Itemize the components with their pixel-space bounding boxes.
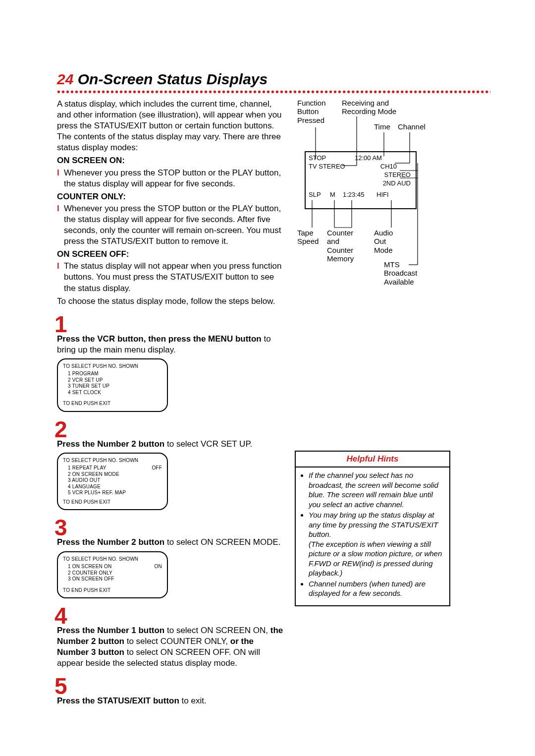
menu-item: 2 VCR SET UP bbox=[68, 377, 162, 384]
step-2-bold: Press the Number 2 button bbox=[57, 439, 164, 449]
menu-foot: TO END PUSH EXIT bbox=[63, 587, 162, 594]
step-2-text: Press the Number 2 button to select VCR … bbox=[57, 439, 285, 450]
osd-time: 12:00 AM bbox=[355, 154, 382, 163]
mode-on-screen-on-text: Whenever you press the STOP button or th… bbox=[64, 168, 285, 189]
label-receiving-mode: Receiving and Recording Mode bbox=[342, 99, 396, 116]
page-number: 24 bbox=[57, 71, 73, 87]
page-heading: 24 On-Screen Status Displays bbox=[57, 69, 490, 89]
helpful-hints-box: Helpful Hints If the channel you select … bbox=[295, 451, 450, 606]
label-channel: Channel bbox=[398, 122, 426, 131]
menu-item: 3 AUDIO OUT bbox=[68, 477, 162, 484]
step-2-rest: to select VCR SET UP. bbox=[164, 439, 252, 449]
label-time: Time bbox=[374, 122, 390, 131]
menu-head: TO SELECT PUSH NO. SHOWN bbox=[63, 363, 162, 370]
label-counter-memory: Counter and Counter Memory bbox=[327, 229, 354, 263]
hint-item: Channel numbers (when tuned) are display… bbox=[309, 579, 444, 598]
step-number-1: 1 bbox=[54, 313, 285, 336]
bullet-icon: l bbox=[57, 261, 64, 293]
menu-foot: TO END PUSH EXIT bbox=[63, 401, 162, 407]
label-audio-out: Audio Out Mode bbox=[374, 229, 393, 254]
mode-counter-only-text: Whenever you press the STOP button or th… bbox=[64, 203, 285, 247]
step-3-bold: Press the Number 2 button bbox=[57, 537, 164, 547]
step-4-text: Press the Number 1 button to select ON S… bbox=[57, 625, 285, 669]
menu-item-right: OFF bbox=[152, 465, 162, 471]
step-number-3: 3 bbox=[54, 516, 285, 539]
step-1-bold: Press the VCR button, then press the MEN… bbox=[57, 334, 262, 344]
mode-on-screen-off-label: ON SCREEN OFF: bbox=[57, 249, 285, 260]
menu-item: 4 SET CLOCK bbox=[68, 390, 162, 396]
step-4-mid1: to select ON SCREEN ON, bbox=[164, 626, 270, 635]
menu-item: 2 COUNTER ONLY bbox=[68, 570, 162, 577]
osd-counter: 1:23:45 bbox=[343, 191, 373, 199]
intro-text: A status display, which includes the cur… bbox=[57, 99, 285, 153]
page-title: On-Screen Status Displays bbox=[78, 71, 268, 87]
helpful-hints-body: If the channel you select has no broadca… bbox=[296, 467, 449, 605]
osd-m: M bbox=[330, 191, 339, 199]
menu-item: 2 ON SCREEN MODE bbox=[68, 471, 162, 478]
label-mts: MTS Broadcast Available bbox=[384, 260, 418, 286]
step-4-bold1: Press the Number 1 button bbox=[57, 626, 164, 635]
choose-line: To choose the status display mode, follo… bbox=[57, 296, 285, 307]
menu-item: 3 TUNER SET UP bbox=[68, 383, 162, 390]
step-number-5: 5 bbox=[54, 675, 285, 698]
step-5-text: Press the STATUS/EXIT button to exit. bbox=[57, 696, 285, 706]
menu-item: 3 ON SCREEN OFF bbox=[68, 576, 162, 582]
step-5-rest: to exit. bbox=[179, 696, 207, 705]
osd-2nd-aud: 2ND AUD bbox=[309, 179, 413, 188]
osd-slp: SLP bbox=[309, 191, 326, 199]
menu-head: TO SELECT PUSH NO. SHOWN bbox=[63, 556, 162, 563]
step-3-text: Press the Number 2 button to select ON S… bbox=[57, 537, 285, 548]
osd-hifi: HIFI bbox=[376, 191, 389, 199]
right-column: Function Button Pressed Receiving and Re… bbox=[295, 99, 463, 707]
step-3-rest: to select ON SCREEN MODE. bbox=[164, 537, 280, 547]
menu-box-3: TO SELECT PUSH NO. SHOWN 1 ON SCREEN ONO… bbox=[57, 551, 168, 599]
mode-on-screen-off-text: The status display will not appear when … bbox=[64, 261, 285, 293]
step-4-mid2: to select COUNTER ONLY, bbox=[124, 637, 230, 646]
left-column: A status display, which includes the cur… bbox=[57, 99, 285, 707]
menu-head: TO SELECT PUSH NO. SHOWN bbox=[63, 458, 162, 464]
step-number-4: 4 bbox=[54, 604, 285, 627]
step-number-2: 2 bbox=[54, 418, 285, 441]
status-diagram: Function Button Pressed Receiving and Re… bbox=[295, 99, 463, 312]
hint-item: If the channel you select has no broadca… bbox=[309, 470, 444, 509]
menu-box-2: TO SELECT PUSH NO. SHOWN 1 REPEAT PLAYOF… bbox=[57, 453, 168, 511]
menu-item: 4 LANGUAGE bbox=[68, 484, 162, 490]
label-function-button: Function Button Pressed bbox=[297, 99, 326, 124]
dot-divider: ••••••••••••••••••••••••••••••••••••••••… bbox=[57, 90, 490, 94]
osd-tvstereo: TV STEREO bbox=[309, 163, 351, 171]
helpful-hints-title: Helpful Hints bbox=[296, 452, 449, 467]
menu-item: 1 REPEAT PLAY bbox=[68, 465, 107, 471]
osd-stereo: STEREO bbox=[309, 171, 413, 179]
osd-ch: CH10 bbox=[355, 163, 397, 171]
bullet-icon: l bbox=[57, 168, 64, 189]
bullet-icon: l bbox=[57, 203, 64, 247]
menu-foot: TO END PUSH EXIT bbox=[63, 499, 162, 506]
menu-item: 5 VCR PLUS+ REF. MAP bbox=[68, 490, 162, 496]
mode-on-screen-on-label: ON SCREEN ON: bbox=[57, 155, 285, 166]
step-1-text: Press the VCR button, then press the MEN… bbox=[57, 334, 285, 355]
mode-counter-only-label: COUNTER ONLY: bbox=[57, 191, 285, 202]
osd-stop: STOP bbox=[309, 154, 351, 163]
menu-item: 1 ON SCREEN ON bbox=[68, 564, 111, 570]
label-tape-speed: Tape Speed bbox=[297, 229, 319, 246]
menu-box-1: TO SELECT PUSH NO. SHOWN 1 PROGRAM 2 VCR… bbox=[57, 358, 168, 412]
menu-item: 1 PROGRAM bbox=[68, 371, 162, 377]
osd-box: STOP 12:00 AM TV STEREO CH10 STEREO 2ND … bbox=[305, 151, 417, 209]
hint-item: You may bring up the status display at a… bbox=[309, 510, 444, 578]
menu-item-right: ON bbox=[155, 564, 162, 570]
step-5-bold: Press the STATUS/EXIT button bbox=[57, 696, 179, 705]
